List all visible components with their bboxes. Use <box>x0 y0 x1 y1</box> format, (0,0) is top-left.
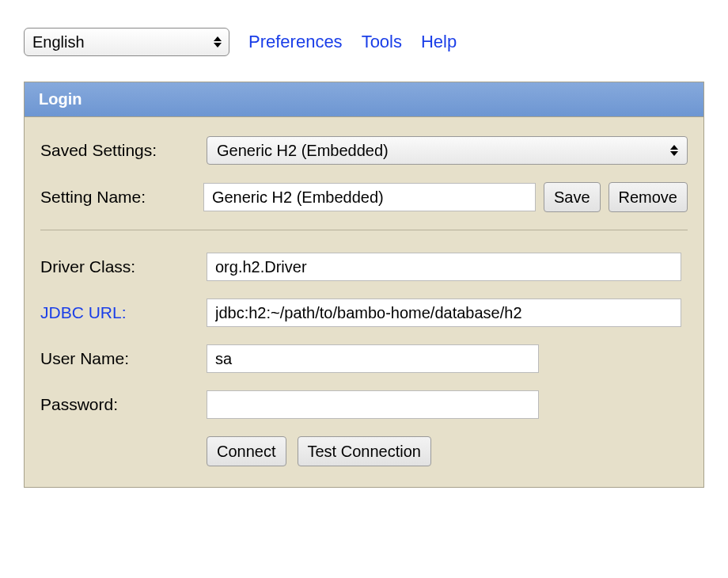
saved-settings-label: Saved Settings: <box>40 141 207 160</box>
top-bar: English Preferences Tools Help <box>24 28 704 56</box>
remove-button[interactable]: Remove <box>609 182 688 212</box>
jdbc-url-input[interactable] <box>207 299 681 327</box>
test-connection-button[interactable]: Test Connection <box>298 436 431 466</box>
language-select-wrap: English <box>24 28 229 56</box>
language-select[interactable]: English <box>24 28 229 56</box>
user-name-input[interactable] <box>207 344 539 373</box>
password-row: Password: <box>40 390 688 419</box>
setting-name-row: Setting Name: Save Remove <box>40 182 688 212</box>
save-button[interactable]: Save <box>544 182 601 212</box>
action-buttons: Connect Test Connection <box>207 436 688 466</box>
setting-name-label: Setting Name: <box>40 188 203 207</box>
saved-settings-row: Saved Settings: Generic H2 (Embedded) <box>40 136 688 165</box>
password-label: Password: <box>40 395 207 414</box>
driver-class-input[interactable] <box>207 253 681 281</box>
jdbc-url-row: JDBC URL: <box>40 299 688 327</box>
preferences-link[interactable]: Preferences <box>248 32 343 52</box>
panel-body: Saved Settings: Generic H2 (Embedded) Se… <box>25 117 703 487</box>
setting-name-input[interactable] <box>203 183 536 211</box>
saved-settings-select[interactable]: Generic H2 (Embedded) <box>207 136 688 165</box>
tools-link[interactable]: Tools <box>362 32 402 52</box>
panel-title: Login <box>25 82 703 117</box>
saved-settings-select-wrap: Generic H2 (Embedded) <box>207 136 688 165</box>
user-name-label: User Name: <box>40 349 207 368</box>
driver-class-row: Driver Class: <box>40 253 688 281</box>
connect-button[interactable]: Connect <box>207 436 286 466</box>
help-link[interactable]: Help <box>421 32 457 52</box>
user-name-row: User Name: <box>40 344 688 373</box>
password-input[interactable] <box>207 390 539 419</box>
driver-class-label: Driver Class: <box>40 257 207 276</box>
login-panel: Login Saved Settings: Generic H2 (Embedd… <box>24 82 704 488</box>
divider <box>40 230 688 230</box>
jdbc-url-label[interactable]: JDBC URL: <box>40 303 207 322</box>
